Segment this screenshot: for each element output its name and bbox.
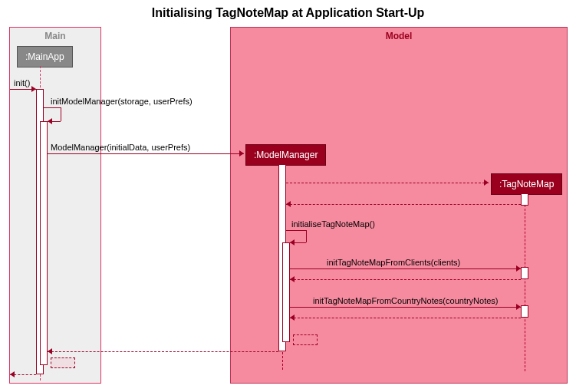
arrow-fromcountrynotes-return (290, 315, 295, 321)
frame-model-label: Model (231, 31, 567, 41)
activation-modelmanager-self (282, 242, 290, 342)
arrow-return-tagnotemap (286, 201, 291, 207)
arrow-modelmanagerctor (239, 150, 244, 156)
lifeline-tagnotemap (525, 193, 525, 371)
self-return-modelmanager (293, 334, 318, 345)
object-mainapp-label: :MainApp (25, 51, 64, 62)
msg-initmodelmanager-top (44, 107, 61, 108)
msg-inittagnotemap-top (286, 230, 306, 231)
msg-fromclients-return (290, 279, 521, 280)
arrow-initmodelmanager (48, 118, 52, 124)
msg-create-tagnotemap (286, 183, 489, 183)
msg-inittagnotemap-label: initialiseTagNoteMap() (291, 219, 375, 229)
activation-tagnotemap-clients (521, 267, 528, 279)
arrow-init (31, 86, 36, 92)
arrow-return-mainapp (48, 348, 52, 354)
object-mainapp: :MainApp (17, 46, 73, 68)
msg-fromclients (290, 268, 521, 269)
activation-mainapp-inner (40, 121, 48, 365)
msg-fromcountrynotes-return (290, 318, 521, 318)
msg-inittagnotemap-side (306, 230, 307, 242)
self-return-mainapp (51, 357, 75, 368)
activation-tagnotemap-countrynotes (521, 305, 528, 318)
diagram-title: Initialising TagNoteMap at Application S… (0, 6, 576, 20)
arrow-fromcountrynotes (516, 304, 521, 310)
msg-initmodelmanager-label: initModelManager(storage, userPrefs) (51, 97, 193, 106)
object-tagnotemap: :TagNoteMap (491, 173, 562, 195)
msg-modelmanagerctor (48, 153, 244, 154)
msg-modelmanagerctor-label: ModelManager(initialData, userPrefs) (51, 143, 190, 152)
msg-initmodelmanager-side (61, 107, 61, 121)
msg-fromclients-label: initTagNoteMapFromClients(clients) (327, 258, 460, 267)
msg-return-tagnotemap (286, 204, 521, 205)
frame-main-label: Main (10, 31, 100, 41)
arrow-fromclients (516, 265, 521, 272)
arrow-final-return (10, 371, 15, 377)
object-modelmanager: :ModelManager (245, 144, 326, 166)
arrow-fromclients-return (290, 276, 295, 282)
activation-tagnotemap-create (521, 193, 528, 206)
msg-return-mainapp (48, 351, 278, 352)
msg-init-label: init() (14, 78, 30, 87)
msg-fromcountrynotes-label: initTagNoteMapFromCountryNotes(countryNo… (313, 296, 498, 305)
object-modelmanager-label: :ModelManager (254, 150, 318, 160)
arrow-create-tagnotemap (484, 180, 489, 186)
arrow-inittagnotemap (290, 239, 295, 245)
msg-fromcountrynotes (290, 307, 521, 308)
object-tagnotemap-label: :TagNoteMap (499, 179, 554, 189)
